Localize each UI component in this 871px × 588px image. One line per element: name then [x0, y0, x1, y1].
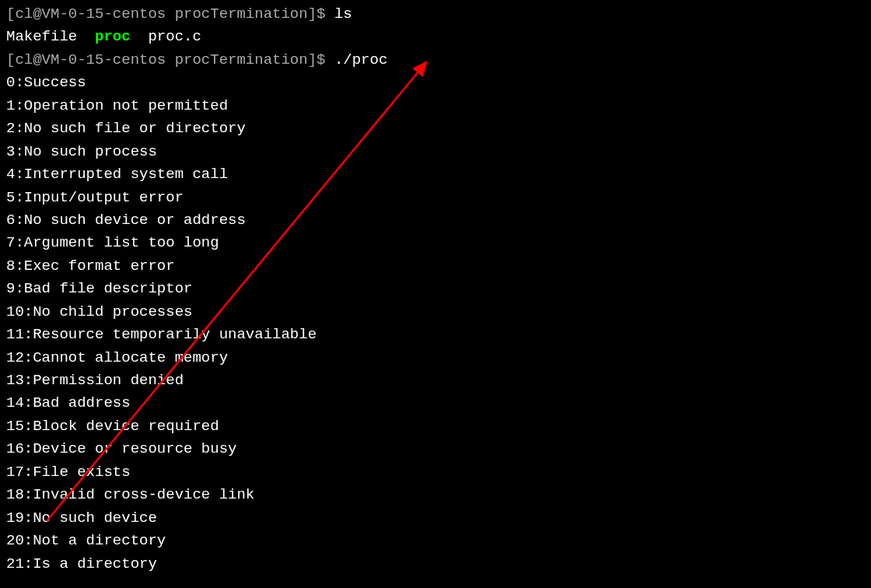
- error-line-20: 20:Not a directory: [6, 530, 865, 552]
- error-line-18: 18:Invalid cross-device link: [6, 484, 865, 506]
- error-line-21: 21:Is a directory: [6, 553, 865, 576]
- command-run-proc: ./proc: [334, 51, 387, 68]
- ls-file-proc-exec: proc: [95, 28, 131, 45]
- error-line-19: 19:No such device: [6, 507, 865, 530]
- error-line-3: 3:No such process: [6, 141, 865, 163]
- error-line-0: 0:Success: [6, 72, 865, 94]
- ls-output-line: Makefile proc proc.c: [6, 26, 865, 48]
- ls-file-proc-c: proc.c: [131, 28, 201, 45]
- error-line-8: 8:Exec format error: [6, 255, 865, 278]
- ls-file-makefile: Makefile: [6, 28, 95, 45]
- shell-prompt: [cl@VM-0-15-centos procTermination]$: [6, 5, 334, 23]
- prompt-line-1: [cl@VM-0-15-centos procTermination]$ ls: [6, 3, 865, 26]
- command-ls: ls: [334, 5, 352, 23]
- error-line-16: 16:Device or resource busy: [6, 438, 865, 460]
- shell-prompt: [cl@VM-0-15-centos procTermination]$: [6, 51, 334, 68]
- error-line-13: 13:Permission denied: [6, 369, 865, 392]
- error-line-2: 2:No such file or directory: [6, 117, 865, 140]
- error-line-4: 4:Interrupted system call: [6, 163, 865, 186]
- prompt-line-2: [cl@VM-0-15-centos procTermination]$ ./p…: [6, 49, 865, 72]
- error-line-17: 17:File exists: [6, 461, 865, 484]
- error-line-9: 9:Bad file descriptor: [6, 278, 865, 300]
- error-line-10: 10:No child processes: [6, 301, 865, 324]
- error-line-14: 14:Bad address: [6, 392, 865, 415]
- error-line-12: 12:Cannot allocate memory: [6, 347, 865, 369]
- error-line-7: 7:Argument list too long: [6, 232, 865, 254]
- error-line-5: 5:Input/output error: [6, 187, 865, 209]
- error-line-6: 6:No such device or address: [6, 209, 865, 232]
- error-line-11: 11:Resource temporarily unavailable: [6, 324, 865, 346]
- error-line-15: 15:Block device required: [6, 415, 865, 438]
- error-line-1: 1:Operation not permitted: [6, 95, 865, 117]
- program-output: 0:Success1:Operation not permitted2:No s…: [6, 72, 865, 576]
